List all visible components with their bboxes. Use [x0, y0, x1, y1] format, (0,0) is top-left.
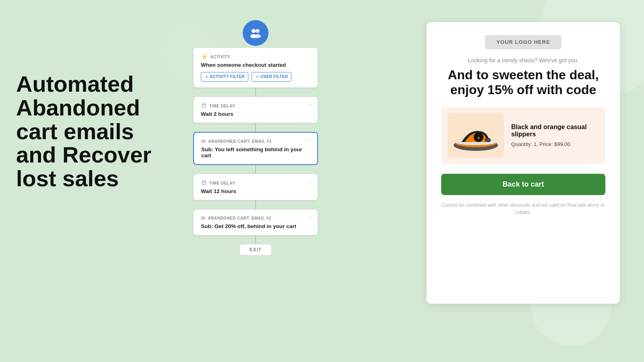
dots-menu-1[interactable]: ···: [308, 101, 313, 108]
connector-2: [255, 123, 256, 132]
clock-icon-2: ⏱: [201, 180, 207, 186]
delay1-label: ⏱ TIME DELAY: [201, 103, 310, 109]
activity-card: ⚡ ACTIVITY When someone checkout started…: [193, 47, 318, 88]
product-name: Black and orange casual slippers: [511, 123, 599, 138]
dots-menu-4[interactable]: ···: [308, 214, 313, 221]
activity-label: ⚡ ACTIVITY: [201, 53, 310, 60]
dots-menu-3[interactable]: ···: [308, 178, 313, 185]
time-delay-1-card: ··· ⏱ TIME DELAY Wait 2 hours: [193, 97, 318, 123]
product-image: a: [448, 113, 504, 158]
svg-rect-10: [486, 139, 490, 141]
email-icon-2: ✉: [201, 215, 206, 221]
svg-point-3: [254, 34, 261, 38]
connector-1: [255, 88, 256, 97]
product-meta: Quantity: 1, Price: $99.00: [511, 141, 599, 147]
product-info: Black and orange casual slippers Quantit…: [511, 123, 599, 147]
email-disclaimer: Cannot be combined with other discounts …: [441, 202, 605, 216]
activity-filter-btn[interactable]: ＋ ACTIVITY FILTER: [201, 72, 248, 82]
back-to-cart-button[interactable]: Back to cart: [441, 174, 605, 195]
connector-3: [255, 165, 256, 174]
left-section: Automated Abandoned cart emails and Reco…: [16, 72, 169, 191]
workflow-avatar: [243, 20, 268, 46]
email-tagline: Looking for a trendy sheos? Wev've got y…: [441, 57, 605, 64]
email-headline: And to sweeten the deal, enjoy 15% off w…: [441, 68, 605, 97]
email-2-card: ··· ✉ ABANDONED CART: EMAIL #2 Sub: Get …: [193, 209, 318, 235]
email-preview-panel: YOUR LOGO HERE Looking for a trendy sheo…: [427, 22, 620, 304]
bolt-icon: ⚡: [201, 53, 208, 60]
workflow-section: ⚡ ACTIVITY When someone checkout started…: [189, 20, 322, 255]
email2-label: ✉ ABANDONED CART: EMAIL #2: [201, 215, 310, 221]
delay2-text: Wait 12 hours: [201, 188, 310, 194]
connector-4: [255, 200, 256, 209]
exit-node: EXIT: [239, 244, 272, 255]
email-product-block: a Black and orange casual slippers Quant…: [441, 107, 605, 164]
email1-label: ✉ ABANDONED CART: EMAIL #1: [201, 138, 310, 144]
activity-text: When someone checkout started: [201, 62, 310, 68]
logo-button[interactable]: YOUR LOGO HERE: [485, 35, 561, 49]
delay2-label: ⏱ TIME DELAY: [201, 180, 310, 186]
time-delay-2-card: ··· ⏱ TIME DELAY Wait 12 hours: [193, 174, 318, 200]
svg-point-1: [256, 29, 260, 33]
dots-menu-2[interactable]: ···: [307, 137, 312, 144]
email-1-card: ··· ✉ ABANDONED CART: EMAIL #1 Sub: You …: [193, 132, 318, 165]
clock-icon-1: ⏱: [201, 103, 207, 109]
svg-text:a: a: [477, 135, 480, 140]
main-headline: Automated Abandoned cart emails and Reco…: [16, 72, 169, 191]
delay1-text: Wait 2 hours: [201, 111, 310, 117]
user-filter-btn[interactable]: ＋ USER FILTER: [252, 72, 292, 82]
svg-point-0: [252, 29, 256, 33]
activity-filters: ＋ ACTIVITY FILTER ＋ USER FILTER: [201, 72, 310, 82]
email2-text: Sub: Get 20% off, behind in your cart: [201, 223, 310, 229]
email1-text: Sub: You left something behind in your c…: [201, 146, 310, 158]
connector-5: [255, 235, 256, 244]
email-icon-1: ✉: [201, 138, 206, 144]
